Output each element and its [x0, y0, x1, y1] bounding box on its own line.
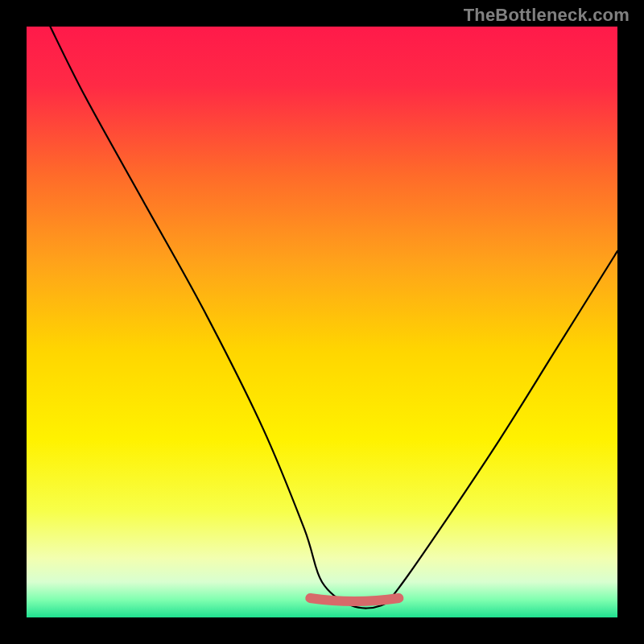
bottleneck-curve: [27, 27, 617, 617]
chart-frame: TheBottleneck.com: [0, 0, 644, 644]
plot-area: [27, 27, 617, 617]
attribution-watermark: TheBottleneck.com: [464, 5, 630, 26]
